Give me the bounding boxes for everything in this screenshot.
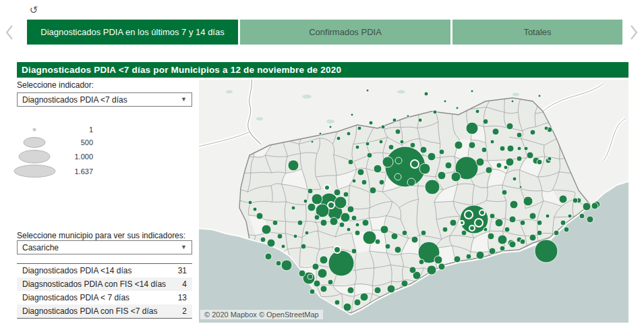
map-bubble[interactable] <box>355 230 360 236</box>
map-bubble[interactable] <box>439 149 444 155</box>
table-row[interactable]: Diagnosticados PDIA < 7 días 13 <box>17 291 192 304</box>
map-bubble[interactable] <box>454 256 461 263</box>
map-bubble[interactable] <box>394 246 401 253</box>
map-bubble[interactable] <box>488 233 494 240</box>
map-bubble[interactable] <box>445 162 452 169</box>
next-page-button[interactable] <box>627 22 641 43</box>
map-bubble[interactable] <box>529 213 536 219</box>
map-bubble[interactable] <box>370 187 376 194</box>
map-bubble[interactable] <box>530 130 535 135</box>
map-bubble[interactable] <box>546 214 550 218</box>
map-bubble[interactable] <box>297 220 303 225</box>
map-bubble[interactable] <box>527 152 533 159</box>
map-bubble[interactable] <box>277 234 283 239</box>
map-bubble[interactable] <box>360 293 368 301</box>
map-bubble[interactable] <box>312 194 322 205</box>
map-bubble[interactable] <box>260 237 266 242</box>
municipio-dropdown[interactable]: Casariche ▼ <box>17 240 192 254</box>
map-bubble[interactable] <box>343 303 351 311</box>
map-bubble[interactable] <box>319 132 322 135</box>
map-bubble[interactable] <box>339 222 345 227</box>
map-bubble[interactable] <box>369 121 373 125</box>
map-bubble[interactable] <box>329 126 332 128</box>
map-bubble[interactable] <box>348 159 353 165</box>
map-bubble[interactable] <box>310 289 315 294</box>
map-bubble[interactable] <box>375 239 380 244</box>
map-bubble[interactable] <box>407 178 415 186</box>
mapbox-attribution[interactable]: © 2020 Mapbox © OpenStreetMap <box>200 310 323 319</box>
map-bubble[interactable] <box>355 145 359 149</box>
map-bubble[interactable] <box>451 172 461 182</box>
map-bubble[interactable] <box>537 159 542 165</box>
map-bubble[interactable] <box>381 125 385 129</box>
map-bubble[interactable] <box>450 219 457 226</box>
map-bubble[interactable] <box>418 118 422 122</box>
municipios-bubble-map[interactable]: © 2020 Mapbox © OpenStreetMap <box>199 80 628 323</box>
map-bubble[interactable] <box>253 207 257 211</box>
map-bubble[interactable] <box>433 110 437 114</box>
map-bubble[interactable] <box>486 167 492 173</box>
map-bubble[interactable] <box>466 254 471 259</box>
map-bubble[interactable] <box>513 177 517 181</box>
map-bubble[interactable] <box>559 195 567 203</box>
map-bubble[interactable] <box>411 236 418 243</box>
map-bubble[interactable] <box>587 216 593 223</box>
map-bubble[interactable] <box>469 142 475 148</box>
map-bubble[interactable] <box>511 100 514 103</box>
map-bubble[interactable] <box>442 227 448 232</box>
map-bubble[interactable] <box>347 206 354 213</box>
map-bubble[interactable] <box>421 230 426 236</box>
map-bubble[interactable] <box>392 118 397 122</box>
map-bubble[interactable] <box>347 132 351 136</box>
map-bubble[interactable] <box>481 147 487 153</box>
map-bubble[interactable] <box>519 186 522 188</box>
table-row[interactable]: Diagnosticados PDIA con FIS <7 días 2 <box>17 304 192 318</box>
tab-diagnosticados-pdia[interactable]: Diagnosticados PDIA en los últimos 7 y 1… <box>27 20 238 45</box>
map-bubble[interactable] <box>419 259 424 265</box>
map-bubble[interactable] <box>362 219 369 226</box>
map-bubble[interactable] <box>334 246 341 253</box>
map-bubble[interactable] <box>496 163 502 168</box>
map-bubble[interactable] <box>318 269 327 278</box>
map-bubble[interactable] <box>520 220 525 225</box>
map-bubble[interactable] <box>469 225 475 231</box>
map-bubble[interactable] <box>583 202 591 211</box>
map-bubble[interactable] <box>507 145 514 152</box>
map-bubble[interactable] <box>411 160 419 168</box>
map-bubble[interactable] <box>517 156 522 161</box>
map-bubble[interactable] <box>498 235 507 244</box>
tab-confirmados-pdia[interactable]: Confirmados PDIA <box>240 20 450 45</box>
map-bubble[interactable] <box>308 188 313 194</box>
map-bubble[interactable] <box>314 280 320 287</box>
map-bubble[interactable] <box>400 140 404 144</box>
map-bubble[interactable] <box>428 153 436 161</box>
map-bubble[interactable] <box>256 213 263 219</box>
map-bubble[interactable] <box>544 126 548 130</box>
map-bubble[interactable] <box>517 132 522 138</box>
map-bubble[interactable] <box>455 141 463 149</box>
map-bubble[interactable] <box>489 248 496 254</box>
map-bubble[interactable] <box>460 221 464 225</box>
map-bubble[interactable] <box>272 220 278 225</box>
map-bubble[interactable] <box>320 256 328 264</box>
map-bubble[interactable] <box>427 265 436 275</box>
map-bubble[interactable] <box>438 263 445 270</box>
map-bubble[interactable] <box>510 200 518 209</box>
map-bubble[interactable] <box>385 244 390 249</box>
refresh-button[interactable]: ↺ <box>27 3 40 17</box>
map-bubble[interactable] <box>351 113 353 116</box>
map-bubble[interactable] <box>265 253 272 260</box>
map-bubble[interactable] <box>387 285 395 293</box>
map-bubble[interactable] <box>324 185 330 190</box>
map-bubble[interactable] <box>314 215 320 220</box>
map-bubble[interactable] <box>523 196 533 206</box>
map-bubble[interactable] <box>343 192 349 197</box>
map-bubble[interactable] <box>490 140 494 144</box>
map-bubble[interactable] <box>461 230 467 236</box>
table-row[interactable]: Diagnosticados PDIA <14 días 31 <box>17 264 192 277</box>
map-bubble[interactable] <box>267 239 275 247</box>
map-bubble[interactable] <box>479 210 485 215</box>
map-bubble[interactable] <box>357 126 361 130</box>
map-bubble[interactable] <box>288 160 299 171</box>
map-bubble[interactable] <box>409 267 416 273</box>
